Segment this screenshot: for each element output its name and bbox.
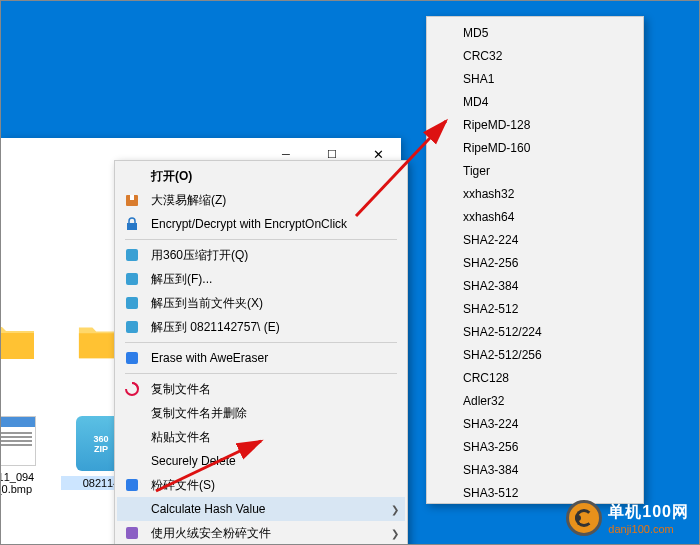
menu-label: 使用火绒安全粉碎文件 [151, 525, 271, 542]
hash-sha2-224[interactable]: SHA2-224 [429, 228, 641, 251]
hash-md4[interactable]: MD4 [429, 90, 641, 113]
blank-icon [123, 500, 141, 518]
menu-label: Encrypt/Decrypt with EncryptOnClick [151, 217, 347, 231]
menu-label: 粘贴文件名 [151, 429, 211, 446]
svg-rect-3 [126, 249, 138, 261]
menu-label: 粉碎文件(S) [151, 477, 215, 494]
menu-easy-decompress[interactable]: 大漠易解缩(Z) [117, 188, 405, 212]
menu-label: 复制文件名并删除 [151, 405, 247, 422]
menu-label: 解压到当前文件夹(X) [151, 295, 263, 312]
folder-label: rnals [0, 368, 51, 380]
context-menu: 打开(O) 大漠易解缩(Z) Encrypt/Decrypt with Encr… [114, 160, 408, 545]
svg-rect-5 [126, 297, 138, 309]
menu-copy-filename[interactable]: 复制文件名 [117, 377, 405, 401]
folder-icon [0, 321, 36, 361]
shred-icon [123, 476, 141, 494]
menu-securely-delete[interactable]: Securely Delete [117, 449, 405, 473]
menu-extract-folder[interactable]: 解压到 0821142757\ (E) [117, 315, 405, 339]
hash-sha2-256[interactable]: SHA2-256 [429, 251, 641, 274]
menu-label: 用360压缩打开(Q) [151, 247, 248, 264]
menu-label: 大漠易解缩(Z) [151, 192, 226, 209]
chevron-right-icon: ❯ [391, 528, 399, 539]
svg-rect-1 [130, 195, 134, 200]
bmp-icon [0, 416, 36, 466]
blank-icon [123, 404, 141, 422]
folder-journals[interactable]: rnals [0, 321, 51, 380]
archive-icon [123, 191, 141, 209]
menu-extract-to[interactable]: 解压到(F)... [117, 267, 405, 291]
svg-rect-7 [126, 352, 138, 364]
hash-crc32[interactable]: CRC32 [429, 44, 641, 67]
menu-label: Securely Delete [151, 454, 236, 468]
bmp-label1: 9-11_094 [0, 471, 51, 483]
hash-sha2-512[interactable]: SHA2-512 [429, 297, 641, 320]
hash-sha3-384[interactable]: SHA3-384 [429, 458, 641, 481]
zip360-icon [123, 270, 141, 288]
eraser-icon [123, 349, 141, 367]
separator [125, 342, 397, 343]
menu-copy-delete[interactable]: 复制文件名并删除 [117, 401, 405, 425]
menu-calculate-hash[interactable]: Calculate Hash Value ❯ [117, 497, 405, 521]
menu-paste-filename[interactable]: 粘贴文件名 [117, 425, 405, 449]
separator [125, 239, 397, 240]
svg-rect-9 [126, 527, 138, 539]
menu-open-360[interactable]: 用360压缩打开(Q) [117, 243, 405, 267]
menu-shred-files[interactable]: 粉碎文件(S) [117, 473, 405, 497]
hash-ripemd160[interactable]: RipeMD-160 [429, 136, 641, 159]
bmp-label2: k_0.bmp [0, 483, 51, 495]
menu-awe-eraser[interactable]: Erase with AweEraser [117, 346, 405, 370]
hash-sha2-512-224[interactable]: SHA2-512/224 [429, 320, 641, 343]
hash-md5[interactable]: MD5 [429, 21, 641, 44]
menu-huorong-shred[interactable]: 使用火绒安全粉碎文件 ❯ [117, 521, 405, 545]
menu-encrypt-decrypt[interactable]: Encrypt/Decrypt with EncryptOnClick [117, 212, 405, 236]
hash-sha3-224[interactable]: SHA3-224 [429, 412, 641, 435]
chevron-right-icon: ❯ [391, 504, 399, 515]
zip360-icon [123, 246, 141, 264]
separator [125, 373, 397, 374]
menu-open[interactable]: 打开(O) [117, 164, 405, 188]
blank-icon [123, 452, 141, 470]
menu-label: 打开(O) [151, 168, 192, 185]
svg-rect-6 [126, 321, 138, 333]
hash-submenu: MD5 CRC32 SHA1 MD4 RipeMD-128 RipeMD-160… [426, 16, 644, 504]
svg-rect-8 [126, 479, 138, 491]
blank-icon [123, 428, 141, 446]
svg-rect-2 [127, 223, 137, 230]
hash-sha2-512-256[interactable]: SHA2-512/256 [429, 343, 641, 366]
file-bmp[interactable]: 9-11_094 k_0.bmp [0, 416, 51, 495]
menu-label: Erase with AweEraser [151, 351, 268, 365]
svg-rect-4 [126, 273, 138, 285]
watermark-en: danji100.com [608, 523, 689, 535]
hash-adler32[interactable]: Adler32 [429, 389, 641, 412]
hash-tiger[interactable]: Tiger [429, 159, 641, 182]
watermark-logo-icon [566, 500, 602, 536]
hash-sha2-384[interactable]: SHA2-384 [429, 274, 641, 297]
hash-xxhash32[interactable]: xxhash32 [429, 182, 641, 205]
zip360-icon [123, 294, 141, 312]
huorong-icon [123, 524, 141, 542]
menu-label: 解压到(F)... [151, 271, 212, 288]
zip360-icon [123, 318, 141, 336]
hash-xxhash64[interactable]: xxhash64 [429, 205, 641, 228]
hash-crc128[interactable]: CRC128 [429, 366, 641, 389]
watermark: 单机100网 danji100.com [566, 500, 689, 536]
zip-text2: ZIP [94, 444, 108, 454]
watermark-cn: 单机100网 [608, 502, 689, 523]
hash-sha1[interactable]: SHA1 [429, 67, 641, 90]
hash-ripemd128[interactable]: RipeMD-128 [429, 113, 641, 136]
hash-sha3-256[interactable]: SHA3-256 [429, 435, 641, 458]
menu-label: 解压到 0821142757\ (E) [151, 319, 280, 336]
lock-icon [123, 215, 141, 233]
copy-icon [123, 380, 141, 398]
blank-icon [123, 167, 141, 185]
menu-extract-current[interactable]: 解压到当前文件夹(X) [117, 291, 405, 315]
zip-text1: 360 [93, 434, 108, 444]
menu-label: 复制文件名 [151, 381, 211, 398]
menu-label: Calculate Hash Value [151, 502, 266, 516]
